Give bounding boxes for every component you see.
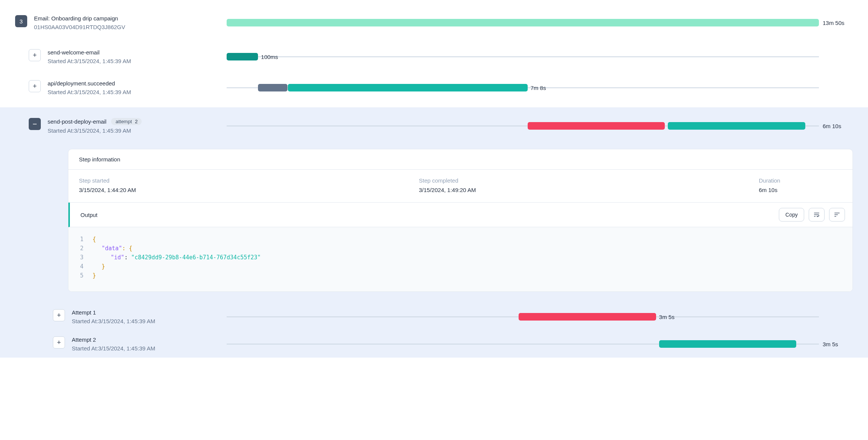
step-started-value: 3/15/2024, 1:44:20 AM (79, 187, 419, 193)
run-id: 01HS0AA03V04D91RTDQ3J862GV (34, 24, 125, 30)
step-timeline: 7m 8s (227, 82, 819, 93)
attempt-title: Attempt 2 (72, 336, 155, 343)
step-timeline: 100ms (227, 51, 819, 62)
attempt-timeline: 3m 5s (227, 311, 819, 322)
run-timeline (227, 17, 819, 28)
step-started-at: Started At:3/15/2024, 1:45:39 AM (48, 89, 131, 95)
run-step-count-badge: 3 (15, 15, 27, 27)
step-completed-label: Step completed (419, 177, 759, 184)
attempt-started-at: Started At:3/15/2024, 1:45:39 AM (72, 345, 155, 352)
step-duration: 7m 8s (531, 85, 546, 91)
attempt-badge: attempt 2 (111, 118, 142, 125)
duration-value: 6m 10s (759, 187, 842, 193)
step-duration: 100ms (261, 54, 278, 60)
step-name: send-welcome-email (48, 49, 131, 56)
step-name: send-post-deploy-email (48, 118, 107, 125)
run-duration: 13m 50s (823, 20, 853, 26)
attempt-row-1: + Attempt 1 Started At:3/15/2024, 1:45:3… (0, 303, 868, 330)
attempt-started-at: Started At:3/15/2024, 1:45:39 AM (72, 318, 155, 324)
expand-button[interactable]: + (53, 309, 65, 321)
output-label: Output (80, 212, 774, 218)
attempt-duration: 3m 5s (659, 314, 675, 320)
step-timeline (227, 121, 819, 131)
expand-button[interactable]: + (53, 336, 65, 349)
run-title: Email: Onboarding drip campaign (34, 15, 125, 22)
step-started-at: Started At:3/15/2024, 1:45:39 AM (48, 127, 142, 134)
output-code: 1{ 2"data": { 3"id": "c8429dd9-29b8-44e6… (68, 227, 853, 291)
step-started-label: Step started (79, 177, 419, 184)
copy-button[interactable]: Copy (779, 208, 804, 222)
attempt-title: Attempt 1 (72, 309, 155, 316)
sort-icon[interactable] (829, 208, 845, 222)
step-detail-panel: Step information Step started 3/15/2024,… (0, 141, 868, 303)
step-row-send-welcome-email: + send-welcome-email Started At:3/15/202… (0, 45, 868, 68)
step-row-api-deployment-succeeded: + api/deployment.succeeded Started At:3/… (0, 76, 868, 99)
collapse-button[interactable]: − (29, 118, 41, 130)
attempt-row-2: + Attempt 2 Started At:3/15/2024, 1:45:3… (0, 330, 868, 358)
step-row-send-post-deploy-email: − send-post-deploy-email attempt 2 Start… (0, 107, 868, 141)
attempt-duration: 3m 5s (823, 341, 853, 347)
step-started-at: Started At:3/15/2024, 1:45:39 AM (48, 58, 131, 64)
step-duration: 6m 10s (823, 123, 853, 129)
step-name: api/deployment.succeeded (48, 80, 131, 87)
step-completed-value: 3/15/2024, 1:49:20 AM (419, 187, 759, 193)
duration-label: Duration (759, 177, 842, 184)
expand-button[interactable]: + (29, 80, 41, 92)
run-root-row: 3 Email: Onboarding drip campaign 01HS0A… (0, 11, 868, 34)
word-wrap-icon[interactable] (809, 208, 825, 222)
detail-header: Step information (68, 149, 853, 170)
attempt-timeline (227, 339, 819, 349)
expand-button[interactable]: + (29, 49, 41, 61)
